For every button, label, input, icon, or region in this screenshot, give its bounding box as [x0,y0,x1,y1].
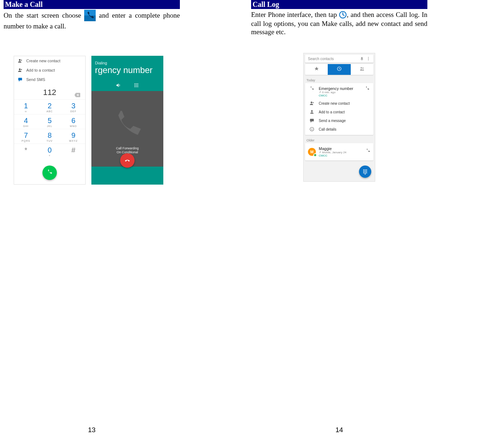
key-1: 1∞ [14,99,38,114]
create-contact-label: Create new contact [26,59,60,63]
dialpad-icon [362,169,368,175]
key-2: 2ABC [38,99,62,114]
create-new-contact-row: Create new contact [14,56,85,65]
typed-number-row: 112 [14,84,85,99]
svg-point-30 [366,169,367,171]
svg-point-10 [137,85,139,86]
add-contact-label: Add to a contact [26,68,55,72]
older-title: Maggie [319,146,365,151]
section-header-call-log: Call Log [251,0,427,9]
clock-icon [339,11,347,19]
option-create-contact-label: Create new contact [319,101,350,105]
send-sms-label: Send SMS [26,77,45,82]
svg-rect-27 [312,129,312,131]
tab-contacts [351,64,373,75]
dialer-actions: Create new contact Add to a contact Send… [14,56,85,84]
tab-recents [328,64,350,75]
svg-point-7 [137,83,139,84]
phone-small-icon [309,86,315,91]
dialer-screenshot: Create new contact Add to a contact Send… [14,56,86,185]
dialpad-fab [359,166,371,178]
page-14: Call Log Enter Phone interface, then tap… [251,0,427,439]
svg-point-36 [366,172,367,173]
call-action-icon [365,86,370,92]
person-add-icon [18,58,23,63]
option-create-contact: Create new contact [305,99,373,108]
call-log-text: Enter Phone interface, then tap , and th… [251,10,427,36]
search-placeholder: Search contacts [308,57,360,61]
key-5: 5JKL [38,114,62,129]
older-subtitle: ↗ Mobile, January 24 [319,151,365,154]
svg-point-13 [137,86,139,87]
svg-point-12 [136,86,137,87]
svg-point-35 [365,172,366,173]
tabs [305,64,373,75]
svg-rect-4 [18,78,22,80]
keypad-icon [133,82,139,88]
incall-avatar-area: Call Forwarding On Conditional [91,91,163,167]
svg-point-22 [311,101,313,103]
call-action-icon [365,149,371,155]
presence-badge [313,153,317,157]
recent-title: Emergency number [319,86,365,91]
key-6: 6MNO [62,114,85,129]
tab-favorites [305,64,328,75]
text-before-clock-icon: Enter Phone interface, then tap [251,11,337,18]
clock-icon [337,66,342,71]
more-icon [366,56,371,61]
send-sms-row: Send SMS [14,75,85,84]
key-hash: # [62,144,85,158]
option-call-details-label: Call details [319,127,336,131]
dialing-title: rgency number [91,65,163,80]
svg-rect-15 [362,57,363,59]
key-star: * [14,144,38,158]
section-label-older: Older [304,136,375,143]
call-forwarding-line1: Call Forwarding [91,146,163,150]
option-add-contact-label: Add to a contact [319,110,345,114]
phone-app-icon [84,10,96,21]
svg-point-5 [135,83,136,84]
older-carrier: CMCC [319,154,365,157]
svg-point-23 [311,110,313,112]
search-bar: Search contacts [305,55,373,63]
svg-point-31 [363,171,364,172]
person-add-icon [18,68,23,73]
option-send-message-label: Send a message [319,119,346,123]
speaker-icon [115,82,121,88]
svg-point-21 [363,68,364,69]
key-9: 9WXYZ [62,129,85,144]
call-fab [42,166,57,180]
option-call-details: Call details [305,125,373,133]
screenshots-row: Create new contact Add to a contact Send… [14,56,180,185]
older-card: M Maggie ↗ Mobile, January 24 CMCC [305,143,373,160]
backspace-icon [74,90,80,99]
recent-card: Emergency number ↗ 0 min. ago CMCC Creat… [305,83,373,135]
avatar-letter: M [310,150,313,154]
svg-rect-1 [84,10,96,15]
recent-carrier: CMCC [319,94,365,97]
star-icon [314,66,319,71]
add-to-contact-row: Add to a contact [14,65,85,75]
people-icon [359,66,364,71]
call-log-screenshot: Search contacts Today Emergency number ↗… [303,53,375,182]
person-add-icon [309,101,315,106]
keypad: 1∞ 2ABC 3DEF 4GHI 5JKL 6MNO 7PQRS 8TUV 9… [14,99,85,158]
section-label-today: Today [304,76,375,83]
svg-point-34 [363,172,364,173]
text-before-phone-icon: On the start screen choose [4,12,81,19]
svg-point-16 [368,57,369,58]
person-icon [309,109,315,114]
message-icon [18,77,23,82]
avatar: M [308,148,316,156]
svg-point-6 [136,83,137,84]
svg-point-8 [135,85,136,86]
svg-rect-24 [310,119,314,121]
mic-icon [360,56,364,61]
option-send-message: Send a message [305,116,373,125]
svg-point-26 [312,128,312,129]
incall-screenshot: Dialing rgency number Call Forwarding On… [91,56,163,185]
page-number-14: 14 [251,426,427,434]
svg-point-9 [136,85,137,86]
svg-point-3 [19,68,21,70]
make-a-call-text: On the start screen choose and enter a c… [4,10,180,31]
